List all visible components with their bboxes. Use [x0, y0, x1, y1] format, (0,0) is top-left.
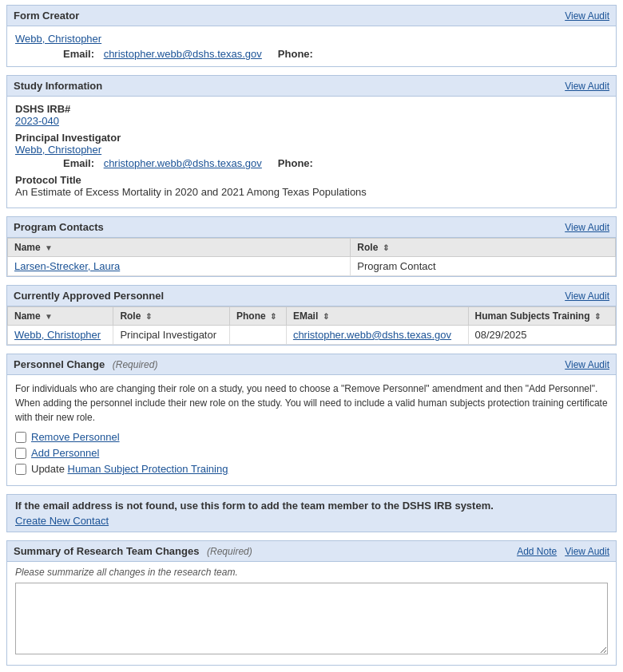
personnel-role-sort-icon: ⇕: [145, 312, 152, 321]
form-creator-view-audit[interactable]: View Audit: [565, 10, 609, 22]
pi-name[interactable]: Webb, Christopher: [15, 144, 608, 156]
approved-personnel-title: Currently Approved Personnel: [14, 290, 164, 302]
approved-personnel-header: Currently Approved Personnel View Audit: [7, 286, 616, 306]
program-contacts-body: Name ▼ Role ⇕ Larsen-Strecker, Laura: [7, 238, 616, 276]
personnel-name: Webb, Christopher: [8, 326, 113, 345]
table-row: Larsen-Strecker, Laura Program Contact: [8, 257, 616, 276]
info-banner-text: If the email address is not found, use t…: [15, 500, 494, 512]
pi-phone-label: Phone:: [278, 157, 319, 169]
contact-role: Program Contact: [351, 257, 616, 276]
personnel-col-role[interactable]: Role ⇕: [113, 307, 230, 326]
personnel-col-phone[interactable]: Phone ⇕: [230, 307, 287, 326]
form-creator-section: Form Creator View Audit Webb, Christophe…: [6, 5, 617, 67]
summary-note: Please summarize all changes in the rese…: [15, 567, 608, 578]
add-personnel-checkbox[interactable]: [15, 448, 26, 459]
protocol-title-row: Protocol Title An Estimate of Excess Mor…: [15, 174, 608, 198]
pi-label: Principal Investigator: [15, 132, 608, 144]
program-contacts-table: Name ▼ Role ⇕ Larsen-Strecker, Laura: [7, 238, 616, 276]
remove-personnel-label[interactable]: Remove Personnel: [31, 431, 120, 443]
study-information-view-audit[interactable]: View Audit: [565, 81, 609, 92]
personnel-name-sort-icon: ▼: [45, 312, 53, 321]
program-contacts-section: Program Contacts View Audit Name ▼ Role …: [6, 216, 617, 277]
personnel-training-sort-icon: ⇕: [594, 312, 601, 321]
program-contacts-view-audit[interactable]: View Audit: [565, 222, 609, 233]
summary-view-audit[interactable]: View Audit: [565, 546, 609, 557]
approved-personnel-header-row: Name ▼ Role ⇕ Phone ⇕ EMail: [8, 307, 616, 326]
personnel-change-body: For individuals who are changing their r…: [7, 375, 616, 485]
add-personnel-label[interactable]: Add Personnel: [31, 447, 99, 459]
update-training-row: Update Human Subject Protection Training: [15, 463, 608, 475]
pi-email[interactable]: christopher.webb@dshs.texas.gov: [104, 157, 262, 169]
personnel-change-required: (Required): [113, 359, 158, 370]
form-creator-body: Webb, Christopher Email: christopher.web…: [7, 26, 616, 66]
update-training-label: Update Human Subject Protection Training: [31, 463, 228, 475]
form-creator-header: Form Creator View Audit: [7, 6, 616, 26]
personnel-col-training[interactable]: Human Subjects Training ⇕: [468, 307, 616, 326]
personnel-change-view-audit[interactable]: View Audit: [565, 359, 609, 370]
approved-personnel-section: Currently Approved Personnel View Audit …: [6, 285, 617, 346]
program-contacts-title: Program Contacts: [14, 221, 104, 233]
page-wrapper: Form Creator View Audit Webb, Christophe…: [0, 0, 623, 672]
program-contacts-col-role[interactable]: Role ⇕: [351, 239, 616, 257]
personnel-col-email[interactable]: EMail ⇕: [286, 307, 468, 326]
personnel-phone-sort-icon: ⇕: [270, 312, 276, 321]
remove-personnel-checkbox[interactable]: [15, 432, 26, 443]
summary-header-right: Add Note View Audit: [517, 546, 609, 557]
form-creator-title: Form Creator: [14, 10, 79, 22]
personnel-change-section: Personnel Change (Required) View Audit F…: [6, 354, 617, 486]
dshs-irb-row: DSHS IRB# 2023-040: [15, 103, 608, 127]
summary-header: Summary of Research Team Changes (Requir…: [7, 541, 616, 562]
personnel-change-info: For individuals who are changing their r…: [15, 381, 608, 425]
personnel-email-sort-icon: ⇕: [323, 312, 329, 321]
protocol-title-value: An Estimate of Excess Mortality in 2020 …: [15, 186, 608, 198]
add-personnel-row: Add Personnel: [15, 447, 608, 459]
form-creator-name[interactable]: Webb, Christopher: [15, 33, 101, 45]
pi-email-label: Email: christopher.webb@dshs.texas.gov: [63, 157, 262, 169]
form-creator-contact-row: Email: christopher.webb@dshs.texas.gov P…: [63, 48, 608, 60]
pi-row: Principal Investigator Webb, Christopher…: [15, 132, 608, 169]
create-new-contact-link[interactable]: Create New Contact: [15, 515, 608, 527]
protocol-title-label: Protocol Title: [15, 174, 608, 186]
program-contacts-col-name[interactable]: Name ▼: [8, 239, 351, 257]
name-sort-icon: ▼: [45, 243, 53, 252]
personnel-phone: [230, 326, 287, 345]
study-information-title: Study Information: [14, 80, 102, 92]
form-creator-email[interactable]: christopher.webb@dshs.texas.gov: [104, 48, 262, 60]
approved-personnel-view-audit[interactable]: View Audit: [565, 291, 609, 302]
personnel-role: Principal Investigator: [113, 326, 230, 345]
summary-body: Please summarize all changes in the rese…: [7, 562, 616, 665]
summary-textarea[interactable]: [15, 583, 608, 654]
remove-personnel-row: Remove Personnel: [15, 431, 608, 443]
pi-contact-row: Email: christopher.webb@dshs.texas.gov P…: [63, 157, 608, 169]
program-contacts-header-row: Name ▼ Role ⇕: [8, 239, 616, 257]
dshs-irb-label: DSHS IRB#: [15, 103, 608, 115]
study-information-body: DSHS IRB# 2023-040 Principal Investigato…: [7, 97, 616, 208]
summary-add-note[interactable]: Add Note: [517, 546, 557, 557]
dshs-irb-number[interactable]: 2023-040: [15, 115, 608, 127]
program-contacts-header: Program Contacts View Audit: [7, 217, 616, 238]
personnel-col-name[interactable]: Name ▼: [8, 307, 113, 326]
form-creator-phone-label: Phone:: [278, 48, 319, 60]
personnel-change-title: Personnel Change: [14, 358, 105, 370]
personnel-training: 08/29/2025: [468, 326, 616, 345]
summary-section: Summary of Research Team Changes (Requir…: [6, 540, 617, 666]
summary-required: (Required): [207, 546, 252, 557]
personnel-change-title-group: Personnel Change (Required): [14, 358, 157, 370]
approved-personnel-body: Name ▼ Role ⇕ Phone ⇕ EMail: [7, 306, 616, 345]
info-banner: If the email address is not found, use t…: [6, 494, 617, 532]
approved-personnel-table: Name ▼ Role ⇕ Phone ⇕ EMail: [7, 306, 616, 345]
table-row: Webb, Christopher Principal Investigator…: [8, 326, 616, 345]
summary-title: Summary of Research Team Changes: [14, 545, 199, 557]
study-information-header: Study Information View Audit: [7, 76, 616, 97]
form-creator-email-label: Email: christopher.webb@dshs.texas.gov: [63, 48, 262, 60]
form-creator-name-row: Webb, Christopher: [15, 33, 608, 45]
study-information-section: Study Information View Audit DSHS IRB# 2…: [6, 75, 617, 208]
contact-name: Larsen-Strecker, Laura: [8, 257, 351, 276]
update-training-checkbox[interactable]: [15, 464, 26, 475]
summary-title-group: Summary of Research Team Changes (Requir…: [14, 545, 252, 557]
personnel-email: christopher.webb@dshs.texas.gov: [286, 326, 468, 345]
role-sort-icon: ⇕: [383, 243, 389, 252]
personnel-change-header: Personnel Change (Required) View Audit: [7, 354, 616, 375]
